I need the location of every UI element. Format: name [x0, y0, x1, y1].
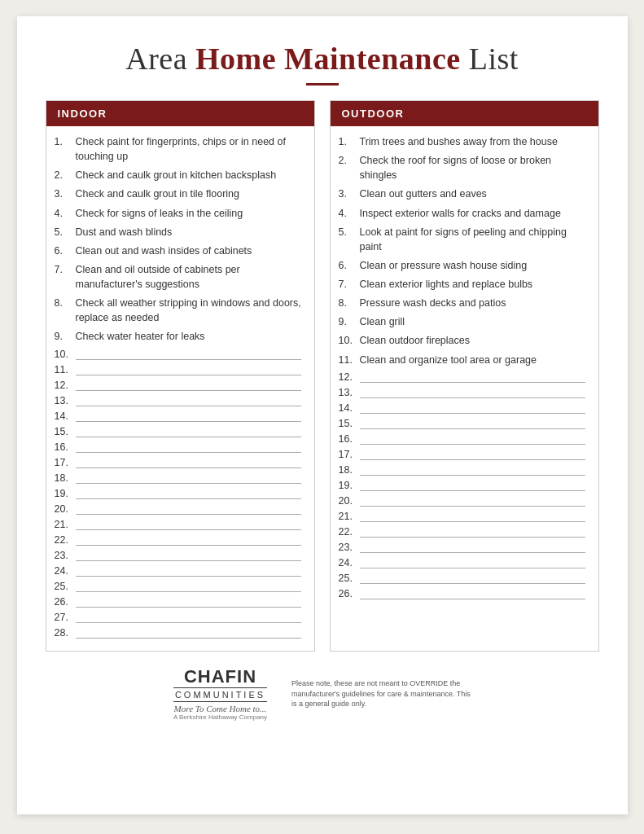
footer: CHAFIN COMMUNITIES More To Come Home to.…	[46, 668, 599, 721]
list-item: 2. Check and caulk grout in kitchen back…	[55, 168, 304, 182]
logo-sub: A Berkshire Hathaway Company	[173, 713, 267, 721]
blank-line: 16.	[55, 441, 304, 453]
blank-line: 12.	[55, 380, 304, 391]
list-item: 5. Look at paint for signs of peeling an…	[339, 225, 589, 254]
blank-line: 11.	[55, 364, 304, 375]
list-item: 2. Check the roof for signs of loose or …	[339, 153, 589, 182]
logo-chafin: CHAFIN	[184, 668, 256, 686]
blank-line: 24.	[55, 565, 304, 577]
outdoor-column: OUTDOOR 1. Trim trees and bushes away fr…	[330, 100, 599, 652]
logo-tagline: More To Come Home to...	[174, 704, 267, 713]
blank-line: 13.	[339, 387, 589, 398]
list-item: 6. Clean or pressure wash house siding	[339, 258, 589, 273]
outdoor-header: OUTDOOR	[331, 101, 598, 126]
footer-note: Please note, these are not meant to OVER…	[291, 678, 471, 709]
blank-line: 24.	[339, 557, 589, 568]
blank-line: 17.	[55, 457, 304, 468]
blank-line: 22.	[55, 534, 304, 546]
blank-line: 19.	[339, 480, 589, 491]
list-item: 9. Clean grill	[339, 314, 589, 329]
list-item: 1. Trim trees and bushes away from the h…	[339, 134, 589, 149]
indoor-body: 1. Check paint for fingerprints, chips o…	[46, 126, 314, 651]
logo-communities: COMMUNITIES	[173, 687, 267, 702]
blank-line: 23.	[55, 550, 304, 561]
blank-line: 12.	[339, 371, 589, 383]
outdoor-body: 1. Trim trees and bushes away from the h…	[331, 126, 598, 612]
blank-line: 26.	[55, 596, 304, 608]
list-item: 4. Check for signs of leaks in the ceili…	[55, 206, 304, 221]
title-prefix: Area	[125, 42, 195, 76]
blank-line: 20.	[339, 495, 589, 507]
list-item: 3. Check and caulk grout in tile floorin…	[55, 187, 304, 201]
list-item: 6. Clean out and wash insides of cabinet…	[55, 244, 304, 258]
list-item: 11. Clean and organize tool area or gara…	[339, 353, 589, 367]
blank-line: 26.	[339, 588, 589, 599]
blank-line: 18.	[339, 464, 589, 476]
list-item: 4. Inspect exterior walls for cracks and…	[339, 206, 589, 221]
title-divider	[306, 83, 339, 86]
page: Area Home Maintenance List INDOOR 1. Che…	[17, 16, 628, 814]
blank-line: 22.	[339, 526, 589, 538]
blank-line: 25.	[339, 573, 589, 584]
columns: INDOOR 1. Check paint for fingerprints, …	[46, 100, 599, 652]
logo-area: CHAFIN COMMUNITIES More To Come Home to.…	[173, 668, 267, 721]
list-item: 9. Check water heater for leaks	[55, 329, 304, 344]
blank-line: 25.	[55, 581, 304, 592]
blank-line: 15.	[55, 426, 304, 437]
blank-line: 27.	[55, 612, 304, 623]
list-item: 5. Dust and wash blinds	[55, 225, 304, 239]
blank-line: 23.	[339, 542, 589, 553]
page-title: Area Home Maintenance List	[46, 41, 599, 77]
blank-line: 15.	[339, 418, 589, 429]
list-item: 7. Clean exterior lights and replace bul…	[339, 277, 589, 292]
blank-line: 20.	[55, 503, 304, 515]
list-item: 3. Clean out gutters and eaves	[339, 187, 589, 201]
blank-line: 14.	[339, 402, 589, 414]
list-item: 7. Clean and oil outside of cabinets per…	[55, 262, 304, 292]
blank-line: 21.	[55, 519, 304, 530]
blank-line: 18.	[55, 472, 304, 484]
list-item: 1. Check paint for fingerprints, chips o…	[55, 134, 304, 164]
list-item: 10. Clean outdoor fireplaces	[339, 333, 589, 348]
indoor-header: INDOOR	[46, 101, 314, 126]
blank-line: 16.	[339, 433, 589, 445]
list-item: 8. Pressure wash decks and patios	[339, 296, 589, 310]
blank-line: 13.	[55, 395, 304, 406]
blank-line: 28.	[55, 627, 304, 639]
list-item: 8. Check all weather stripping in window…	[55, 296, 304, 325]
blank-line: 21.	[339, 511, 589, 522]
blank-line: 14.	[55, 410, 304, 422]
blank-line: 17.	[339, 449, 589, 460]
indoor-column: INDOOR 1. Check paint for fingerprints, …	[46, 100, 315, 652]
blank-line: 10.	[55, 349, 304, 360]
blank-line: 19.	[55, 488, 304, 499]
title-accent: Home Maintenance	[195, 42, 461, 76]
title-suffix: List	[461, 42, 519, 76]
